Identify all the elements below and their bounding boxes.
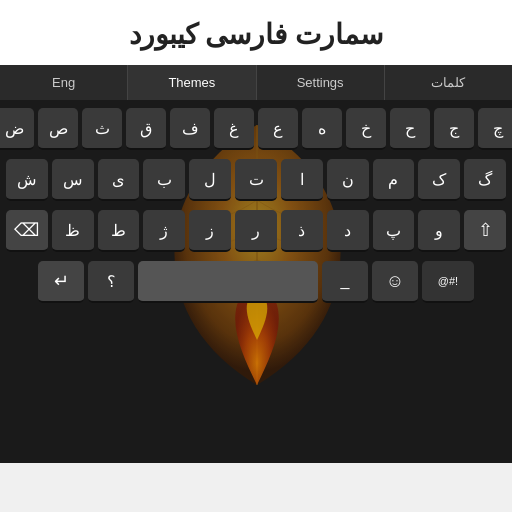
app-title: سمارت فارسی کیبورد — [129, 19, 384, 50]
keyboard-container: Eng Themes Settings کلمات چ ج ح خ ه ع غ … — [0, 65, 512, 463]
key-alef[interactable]: ا — [281, 159, 323, 201]
tab-settings[interactable]: Settings — [257, 65, 385, 100]
tab-row: Eng Themes Settings کلمات — [0, 65, 512, 100]
key-se[interactable]: ث — [82, 108, 122, 150]
key-sad[interactable]: ص — [38, 108, 78, 150]
key-dal[interactable]: د — [327, 210, 369, 252]
title-bar: سمارت فارسی کیبورد — [0, 0, 512, 65]
key-shift[interactable]: ⇧ — [464, 210, 506, 252]
key-ha[interactable]: ه — [302, 108, 342, 150]
key-je[interactable]: ج — [434, 108, 474, 150]
key-ye[interactable]: ی — [98, 159, 140, 201]
key-emoji[interactable]: ☺ — [372, 261, 418, 303]
key-che[interactable]: چ — [478, 108, 512, 150]
tab-eng[interactable]: Eng — [0, 65, 128, 100]
key-backspace[interactable]: ⌫ — [6, 210, 48, 252]
key-ghain[interactable]: غ — [214, 108, 254, 150]
key-te[interactable]: ت — [235, 159, 277, 201]
key-fe[interactable]: ف — [170, 108, 210, 150]
key-he[interactable]: ح — [390, 108, 430, 150]
key-zhe[interactable]: ژ — [143, 210, 185, 252]
key-mim[interactable]: م — [373, 159, 415, 201]
key-zal[interactable]: ذ — [281, 210, 323, 252]
key-row-2: گ ک م ن ا ت ل ب ی س ش — [4, 157, 508, 203]
key-khe[interactable]: خ — [346, 108, 386, 150]
key-space[interactable] — [138, 261, 318, 303]
key-symbols[interactable]: !#@ — [422, 261, 474, 303]
key-gaf[interactable]: گ — [464, 159, 506, 201]
key-ta[interactable]: ط — [98, 210, 140, 252]
key-qaf[interactable]: ق — [126, 108, 166, 150]
key-ze[interactable]: ز — [189, 210, 231, 252]
key-sin[interactable]: س — [52, 159, 94, 201]
tab-words[interactable]: کلمات — [385, 65, 512, 100]
tab-themes[interactable]: Themes — [128, 65, 256, 100]
key-row-4: !#@ ☺ _ ؟ ↵ — [4, 259, 508, 305]
key-ain[interactable]: ع — [258, 108, 298, 150]
key-row-3: ⇧ و پ د ذ ر ز ژ ط ظ ⌫ — [4, 208, 508, 254]
key-lam[interactable]: ل — [189, 159, 231, 201]
key-be[interactable]: ب — [143, 159, 185, 201]
key-row-1: چ ج ح خ ه ع غ ف ق ث ص ض — [4, 106, 508, 152]
key-za[interactable]: ظ — [52, 210, 94, 252]
key-zad[interactable]: ض — [0, 108, 34, 150]
key-pe[interactable]: پ — [373, 210, 415, 252]
key-re[interactable]: ر — [235, 210, 277, 252]
key-underscore[interactable]: _ — [322, 261, 368, 303]
key-vav[interactable]: و — [418, 210, 460, 252]
key-question[interactable]: ؟ — [88, 261, 134, 303]
key-kaf[interactable]: ک — [418, 159, 460, 201]
key-enter[interactable]: ↵ — [38, 261, 84, 303]
key-nun[interactable]: ن — [327, 159, 369, 201]
key-shin[interactable]: ش — [6, 159, 48, 201]
key-rows: چ ج ح خ ه ع غ ف ق ث ص ض گ ک م ن ا ت ل ب … — [0, 100, 512, 312]
